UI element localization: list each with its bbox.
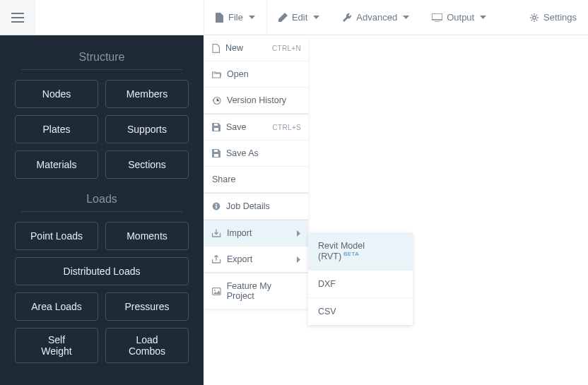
plates-button[interactable]: Plates <box>15 115 98 143</box>
file-open[interactable]: Open <box>204 61 308 88</box>
file-save-shortcut: CTRL+S <box>273 124 301 131</box>
members-button[interactable]: Members <box>105 80 189 108</box>
svg-rect-5 <box>216 206 217 208</box>
load-combos-label-2: Combos <box>129 345 165 357</box>
chevron-down-icon <box>403 16 409 20</box>
file-save[interactable]: Save CTRL+S <box>204 114 308 141</box>
file-version-history-label: Version History <box>227 95 286 105</box>
members-label: Members <box>127 88 167 100</box>
self-weight-button[interactable]: Self Weight <box>15 328 98 363</box>
menu-settings-label: Settings <box>543 12 577 23</box>
menu-advanced[interactable]: Advanced <box>331 0 421 35</box>
import-dxf-label: DXF <box>318 279 336 289</box>
svg-point-1 <box>533 16 536 18</box>
file-icon <box>212 44 220 53</box>
chevron-down-icon <box>480 16 486 20</box>
area-loads-button[interactable]: Area Loads <box>15 292 98 321</box>
chevron-down-icon <box>249 16 255 20</box>
import-revit[interactable]: Revit Model (RVT)BETA <box>308 232 413 271</box>
topbar-menu: File Edit Advanced Output <box>204 0 498 35</box>
file-version-history[interactable]: Version History <box>204 88 308 114</box>
file-new[interactable]: New CTRL+N <box>204 35 308 61</box>
menu-edit[interactable]: Edit <box>267 0 331 35</box>
file-job-details[interactable]: Job Details <box>204 193 308 220</box>
file-feature-project[interactable]: Feature My Project <box>204 273 308 309</box>
topbar-spacer <box>35 0 204 35</box>
file-icon <box>216 13 224 23</box>
materials-button[interactable]: Materials <box>15 150 98 179</box>
file-share-label: Share <box>212 174 235 184</box>
file-open-label: Open <box>227 69 249 79</box>
sections-button[interactable]: Sections <box>105 150 189 179</box>
file-new-label: New <box>225 43 243 53</box>
nodes-label: Nodes <box>42 88 71 100</box>
file-save-as-label: Save As <box>226 148 259 158</box>
file-dropdown: New CTRL+N Open Version History Save CTR… <box>204 35 308 309</box>
moments-label: Moments <box>127 230 167 242</box>
folder-open-icon <box>212 71 221 78</box>
file-new-shortcut: CTRL+N <box>272 45 301 52</box>
chevron-right-icon <box>297 256 301 263</box>
supports-button[interactable]: Supports <box>105 115 189 143</box>
chevron-down-icon <box>313 16 319 20</box>
file-save-label: Save <box>226 122 247 132</box>
info-icon <box>212 202 220 211</box>
point-loads-label: Point Loads <box>30 230 83 242</box>
menu-icon <box>11 13 24 23</box>
menu-output-label: Output <box>447 12 474 23</box>
menu-output[interactable]: Output <box>421 0 498 35</box>
distributed-loads-button[interactable]: Distributed Loads <box>15 257 189 285</box>
plates-label: Plates <box>43 124 71 135</box>
hamburger-button[interactable] <box>0 0 35 35</box>
svg-point-7 <box>214 290 216 291</box>
svg-point-4 <box>216 204 217 206</box>
import-submenu: Revit Model (RVT)BETA DXF CSV <box>308 232 413 325</box>
menu-file[interactable]: File <box>204 0 267 35</box>
sidebar: Structure Nodes Members Plates Supports … <box>0 35 204 385</box>
self-weight-label-2: Weight <box>41 345 71 357</box>
self-weight-label-1: Self <box>48 334 65 345</box>
structure-title: Structure <box>21 51 182 70</box>
file-job-details-label: Job Details <box>226 201 270 211</box>
file-import-label: Import <box>227 228 252 238</box>
pressures-label: Pressures <box>124 301 169 312</box>
materials-label: Materials <box>37 159 77 170</box>
file-import[interactable]: Import <box>204 220 308 247</box>
image-icon <box>212 288 221 295</box>
import-csv[interactable]: CSV <box>308 298 413 325</box>
supports-label: Supports <box>127 124 167 135</box>
menu-advanced-label: Advanced <box>356 12 397 23</box>
menu-settings[interactable]: Settings <box>518 12 588 23</box>
menu-file-label: File <box>228 12 243 23</box>
load-combos-label-1: Load <box>136 334 158 345</box>
beta-badge: BETA <box>343 251 359 257</box>
svg-rect-0 <box>432 13 442 20</box>
gear-icon <box>529 13 539 23</box>
export-icon <box>212 255 221 263</box>
file-export-label: Export <box>227 254 252 264</box>
monitor-icon <box>432 13 442 22</box>
pencil-icon <box>278 13 288 22</box>
import-csv-label: CSV <box>318 307 336 316</box>
file-save-as[interactable]: Save As <box>204 141 308 167</box>
moments-button[interactable]: Moments <box>105 222 189 250</box>
file-feature-project-label: Feature My Project <box>227 281 300 301</box>
distributed-loads-label: Distributed Loads <box>64 266 141 277</box>
point-loads-button[interactable]: Point Loads <box>15 222 98 250</box>
save-icon <box>212 149 220 158</box>
load-combos-button[interactable]: Load Combos <box>105 328 189 363</box>
history-icon <box>212 96 221 105</box>
file-share[interactable]: Share <box>204 167 308 193</box>
import-dxf[interactable]: DXF <box>308 271 413 298</box>
nodes-button[interactable]: Nodes <box>15 80 98 108</box>
area-loads-label: Area Loads <box>31 301 82 312</box>
pressures-button[interactable]: Pressures <box>105 292 189 321</box>
structure-section: Structure Nodes Members Plates Supports … <box>13 51 191 179</box>
loads-title: Loads <box>21 193 182 212</box>
chevron-right-icon <box>297 230 301 237</box>
import-icon <box>212 229 221 237</box>
topbar: File Edit Advanced Output Settings <box>0 0 588 35</box>
save-icon <box>212 123 220 131</box>
loads-section: Loads Point Loads Moments Distributed Lo… <box>13 193 191 363</box>
file-export[interactable]: Export <box>204 247 308 273</box>
